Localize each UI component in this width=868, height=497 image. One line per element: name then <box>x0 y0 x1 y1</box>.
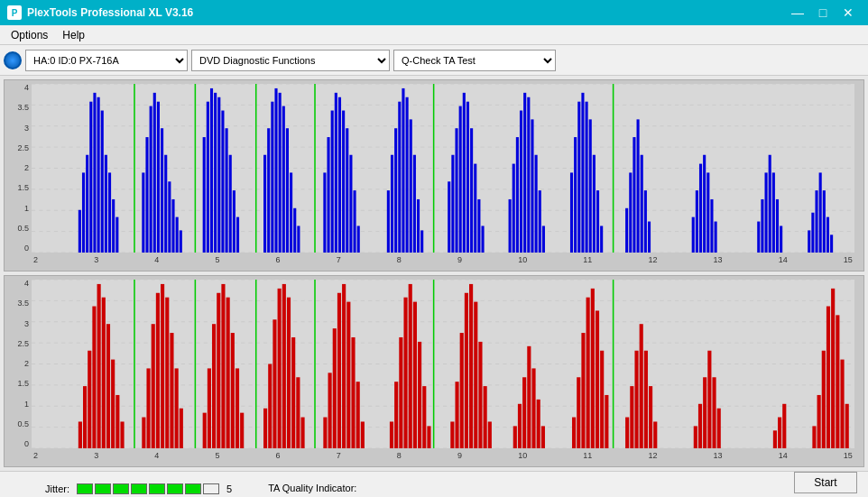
svg-rect-114 <box>696 190 698 253</box>
svg-rect-37 <box>217 97 220 253</box>
svg-rect-174 <box>263 409 267 448</box>
svg-rect-17 <box>108 172 111 253</box>
close-button[interactable]: ✕ <box>836 0 861 25</box>
svg-rect-171 <box>235 368 239 448</box>
svg-rect-50 <box>286 128 289 253</box>
svg-rect-228 <box>625 418 629 448</box>
svg-rect-27 <box>164 155 167 253</box>
top-chart-x-axis: 2 3 4 5 6 7 8 9 10 11 12 13 14 15 <box>32 253 854 267</box>
svg-rect-219 <box>572 418 576 448</box>
svg-rect-210 <box>484 386 487 448</box>
svg-rect-66 <box>391 155 393 253</box>
start-button[interactable]: Start <box>794 472 857 493</box>
svg-rect-36 <box>214 93 217 253</box>
svg-rect-220 <box>577 377 580 448</box>
x-label: 6 <box>276 255 281 264</box>
bottom-chart-inner <box>32 280 854 448</box>
svg-rect-44 <box>263 155 266 253</box>
y-label-3-5: 3.5 <box>17 104 29 112</box>
maximize-button[interactable]: □ <box>810 0 836 25</box>
svg-rect-145 <box>88 351 91 448</box>
svg-rect-226 <box>605 395 608 448</box>
x-label: 3 <box>94 451 98 460</box>
svg-rect-55 <box>323 172 326 253</box>
x-label: 4 <box>154 451 159 460</box>
svg-rect-143 <box>78 421 82 448</box>
svg-rect-195 <box>399 337 402 448</box>
svg-rect-244 <box>812 426 816 448</box>
svg-rect-161 <box>175 368 179 448</box>
svg-rect-200 <box>422 386 426 448</box>
function-select[interactable]: DVD Diagnostic Functions <box>191 50 390 71</box>
svg-rect-48 <box>279 93 282 253</box>
svg-rect-197 <box>409 284 412 448</box>
svg-rect-235 <box>694 426 697 448</box>
test-select[interactable]: Q-Check TA Test <box>393 50 556 71</box>
svg-rect-119 <box>715 222 717 253</box>
svg-rect-124 <box>772 172 775 253</box>
svg-rect-109 <box>637 119 640 253</box>
svg-rect-31 <box>180 230 182 253</box>
svg-rect-107 <box>629 172 632 253</box>
svg-rect-42 <box>236 217 239 253</box>
svg-rect-63 <box>354 190 356 253</box>
svg-rect-129 <box>815 190 817 253</box>
svg-rect-249 <box>836 315 839 448</box>
svg-rect-94 <box>539 190 541 253</box>
svg-rect-127 <box>808 230 810 253</box>
drive-select[interactable]: HA:0 ID:0 PX-716A <box>25 50 188 71</box>
svg-rect-111 <box>644 190 647 253</box>
svg-rect-232 <box>644 351 648 448</box>
svg-rect-38 <box>221 111 224 253</box>
svg-rect-67 <box>394 128 397 253</box>
x-label: 12 <box>648 451 657 460</box>
minimize-button[interactable]: — <box>785 0 810 25</box>
svg-rect-193 <box>390 421 393 448</box>
x-label: 9 <box>457 451 462 460</box>
svg-rect-99 <box>581 93 584 253</box>
svg-rect-184 <box>323 418 327 448</box>
jitter-led-7 <box>185 483 201 494</box>
device-icon <box>4 51 22 69</box>
svg-rect-223 <box>591 289 595 448</box>
svg-rect-158 <box>161 284 164 448</box>
svg-rect-155 <box>146 368 150 448</box>
svg-rect-207 <box>469 284 473 448</box>
svg-rect-186 <box>333 328 337 448</box>
svg-rect-177 <box>278 289 282 448</box>
x-label: 10 <box>518 255 527 264</box>
jitter-value: 5 <box>226 483 232 494</box>
svg-rect-41 <box>233 190 235 253</box>
svg-rect-209 <box>478 342 482 448</box>
svg-rect-64 <box>357 225 360 253</box>
svg-rect-181 <box>296 377 300 448</box>
svg-rect-96 <box>570 172 573 253</box>
menu-options[interactable]: Options <box>4 27 55 43</box>
x-label: 9 <box>457 255 462 264</box>
svg-rect-240 <box>717 409 721 448</box>
top-chart-inner <box>32 84 854 253</box>
svg-rect-248 <box>831 289 835 448</box>
svg-rect-51 <box>290 172 292 253</box>
x-label: 15 <box>844 255 853 264</box>
jitter-led-8 <box>203 483 219 494</box>
svg-rect-190 <box>351 337 355 448</box>
svg-rect-198 <box>413 302 417 448</box>
svg-rect-88 <box>516 137 519 253</box>
svg-rect-201 <box>427 426 430 448</box>
svg-rect-212 <box>513 426 517 448</box>
svg-rect-144 <box>83 386 87 448</box>
svg-rect-40 <box>229 155 232 253</box>
svg-rect-160 <box>170 333 173 448</box>
jitter-label: Jitter: <box>11 483 69 494</box>
x-label: 13 <box>714 451 723 460</box>
svg-rect-246 <box>822 351 826 448</box>
svg-rect-83 <box>474 164 476 253</box>
svg-rect-178 <box>282 284 286 448</box>
svg-rect-154 <box>142 418 145 448</box>
menu-help[interactable]: Help <box>55 27 92 43</box>
svg-rect-9 <box>78 210 81 253</box>
top-chart-svg <box>32 84 854 253</box>
svg-rect-130 <box>819 172 822 253</box>
svg-rect-126 <box>780 225 782 253</box>
